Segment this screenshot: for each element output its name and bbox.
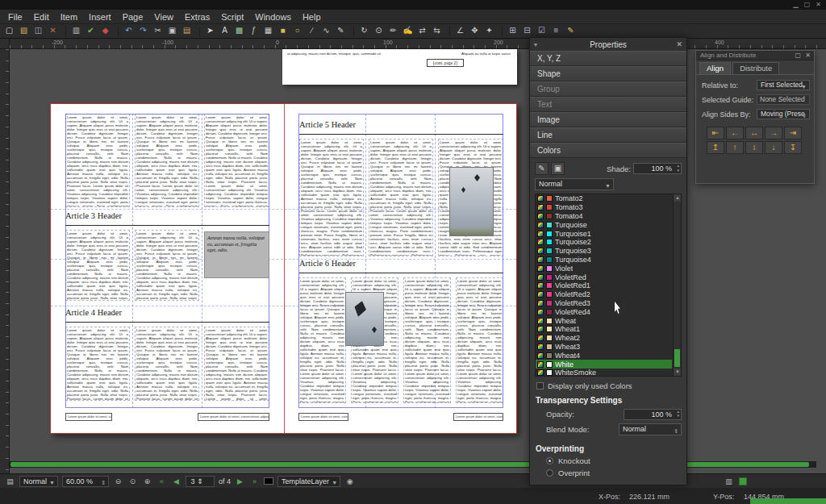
- align-right-sides-button[interactable]: →: [765, 127, 782, 140]
- align-tab[interactable]: Align: [699, 62, 731, 74]
- center-horizontal-button[interactable]: ↔: [745, 127, 763, 140]
- align-left-to-guide-button[interactable]: ⇤: [707, 127, 724, 140]
- outline-mode-icon[interactable]: ▤: [5, 477, 15, 485]
- spin-arrows-icon[interactable]: ⇕: [101, 478, 106, 488]
- unlink-text-frames-icon[interactable]: ⇆: [431, 25, 443, 37]
- display-only-used-checkbox[interactable]: [536, 382, 544, 389]
- rotate-item-icon[interactable]: ↻: [358, 25, 370, 37]
- redo-icon[interactable]: ↷: [137, 25, 149, 37]
- color-row[interactable]: Wheat: [536, 316, 672, 325]
- text-column[interactable]: Lorem ipsum dolor sit amet, consectetuer…: [65, 114, 130, 207]
- open-document-icon[interactable]: ▧: [18, 25, 30, 37]
- properties-section[interactable]: Text: [530, 97, 686, 112]
- spin-arrows-icon[interactable]: ▲▼: [677, 164, 680, 173]
- align-tab[interactable]: Distribute: [732, 62, 779, 74]
- edit-line-color-button[interactable]: ✎: [535, 162, 549, 175]
- blend-mode-select[interactable]: Normal ⇕: [619, 423, 682, 435]
- menu-item[interactable]: Page: [117, 11, 149, 23]
- close-document-icon[interactable]: ✕: [47, 25, 59, 37]
- color-row[interactable]: Turquoise4: [536, 256, 672, 264]
- color-row[interactable]: Tomato2: [536, 194, 672, 203]
- new-document-icon[interactable]: ▢: [3, 25, 15, 37]
- text-column[interactable]: Lorem ipsum dolor sit amet, consectetuer…: [369, 139, 433, 256]
- insert-bezier-icon[interactable]: ∿: [320, 25, 332, 37]
- zoom-in-icon[interactable]: ⊕: [142, 477, 152, 485]
- close-icon[interactable]: ✕: [805, 52, 811, 59]
- article-3-header[interactable]: Article 3 Header: [65, 211, 122, 220]
- footer-frame[interactable]: Lorem ipsum dolor sit amet, consectetuer…: [65, 413, 112, 421]
- edit-contents-icon[interactable]: ✏: [387, 25, 399, 37]
- properties-section[interactable]: Group: [530, 81, 686, 97]
- color-row[interactable]: White: [536, 360, 672, 369]
- menu-item[interactable]: Help: [297, 11, 327, 23]
- toolbar-separator[interactable]: [351, 27, 354, 36]
- menu-item[interactable]: View: [148, 11, 179, 23]
- color-list-scrollbar[interactable]: ▲ ▼: [673, 194, 681, 376]
- layer-visibility-icon[interactable]: ◉: [344, 477, 355, 485]
- color-row[interactable]: Turquoise: [536, 220, 672, 229]
- text-column[interactable]: Lorem ipsum dolor sit amet, consectetuer…: [403, 277, 451, 403]
- align-bottom-to-guide-button[interactable]: ↧: [784, 141, 802, 154]
- color-row[interactable]: VioletRed: [536, 273, 672, 281]
- text-column[interactable]: Lorem ipsum dolor sit amet, consectetuer…: [65, 230, 130, 301]
- scrollbar-thumb[interactable]: [674, 349, 680, 367]
- toolbar-separator[interactable]: [63, 27, 66, 36]
- text-column[interactable]: Lorem ipsum dolor sit amet, consectetuer…: [135, 230, 199, 301]
- align-left-sides-button[interactable]: ←: [726, 127, 744, 140]
- toolbar-separator[interactable]: [447, 27, 450, 36]
- next-page-button[interactable]: ▶: [235, 477, 245, 485]
- window-restore-button[interactable]: ▢: [804, 1, 811, 9]
- menu-item[interactable]: Edit: [28, 11, 55, 23]
- footer-frame[interactable]: Lorem ipsum dolor sit amet, consectetuer…: [298, 413, 348, 421]
- color-row[interactable]: Violet: [536, 264, 672, 273]
- align-top-to-guide-button[interactable]: ↥: [707, 141, 724, 154]
- align-panel-titlebar[interactable]: Align and Distribute ▢ ✕: [696, 51, 814, 60]
- edit-fill-color-button[interactable]: ▣: [551, 162, 565, 175]
- cut-icon[interactable]: ✂: [152, 25, 164, 37]
- zoom-out-icon[interactable]: ⊖: [113, 477, 123, 485]
- text-column[interactable]: Lorem ipsum dolor sit amet, consectetuer…: [299, 139, 364, 256]
- relative-to-select[interactable]: First Selected ▼: [757, 80, 810, 90]
- toolbar-separator[interactable]: [115, 27, 119, 36]
- insert-text-frame-icon[interactable]: A: [219, 25, 231, 37]
- close-icon[interactable]: ✕: [676, 40, 682, 48]
- window-close-button[interactable]: ✕: [816, 1, 821, 9]
- properties-panel-header[interactable]: ▾ Properties ✕: [530, 38, 686, 51]
- pdf-annotation-icon[interactable]: ✎: [565, 25, 577, 37]
- color-row[interactable]: VioletRed3: [536, 299, 672, 308]
- zoom-level-field[interactable]: 60.00 % ⇕: [62, 476, 109, 487]
- export-pdf-icon[interactable]: ◆: [99, 25, 111, 37]
- menu-item[interactable]: File: [2, 11, 28, 23]
- print-preview-icon[interactable]: ▥: [724, 477, 734, 485]
- color-row[interactable]: Tomato3: [536, 203, 672, 212]
- overprint-option[interactable]: Knockout: [535, 456, 682, 466]
- eyedropper-icon[interactable]: ✦: [483, 25, 495, 37]
- shade-field[interactable]: 100 % ▲▼: [633, 163, 682, 174]
- menu-item[interactable]: Extras: [179, 11, 215, 23]
- scroll-up-icon[interactable]: ▲: [674, 194, 682, 202]
- properties-section[interactable]: Line: [530, 127, 686, 143]
- kite-photo[interactable]: [345, 292, 384, 346]
- last-page-button[interactable]: »: [249, 477, 260, 485]
- previous-page[interactable]: at adipiscing, mauris non dictum, tristi…: [282, 49, 517, 85]
- copy-item-properties-icon[interactable]: ✥: [469, 25, 481, 37]
- menu-item[interactable]: Script: [215, 11, 249, 23]
- align-bottom-edges-button[interactable]: ↓: [765, 141, 782, 154]
- text-column[interactable]: Lorem ipsum dolor sit amet, consectetuer…: [204, 327, 269, 401]
- properties-section[interactable]: X, Y, Z: [530, 51, 686, 66]
- spin-arrows-icon[interactable]: ⇕: [197, 477, 203, 485]
- undo-icon[interactable]: ↶: [123, 25, 135, 37]
- article-5-header[interactable]: Article 5 Header: [299, 120, 356, 129]
- footer-frame[interactable]: Lorem ipsum dolor sit amet, consectetuer…: [453, 413, 503, 421]
- text-column[interactable]: Lorem ipsum dolor sit amet, consectetuer…: [456, 277, 503, 403]
- article-6-header[interactable]: Article 6 Header: [299, 259, 356, 268]
- text-column[interactable]: Lorem ipsum dolor sit amet, consectetuer…: [204, 114, 269, 207]
- toolbar-separator[interactable]: [499, 27, 503, 36]
- opacity-field[interactable]: 100 % ▲▼: [624, 409, 682, 420]
- link-text-frames-icon[interactable]: ⇄: [416, 25, 428, 37]
- insert-shape-icon[interactable]: ■: [277, 25, 289, 37]
- collapse-icon[interactable]: ▾: [534, 41, 537, 48]
- text-column[interactable]: Lorem ipsum dolor sit amet, consectetuer…: [135, 114, 199, 207]
- article-4-header[interactable]: Article 4 Header: [65, 308, 122, 317]
- select-item-icon[interactable]: ➤: [204, 25, 216, 37]
